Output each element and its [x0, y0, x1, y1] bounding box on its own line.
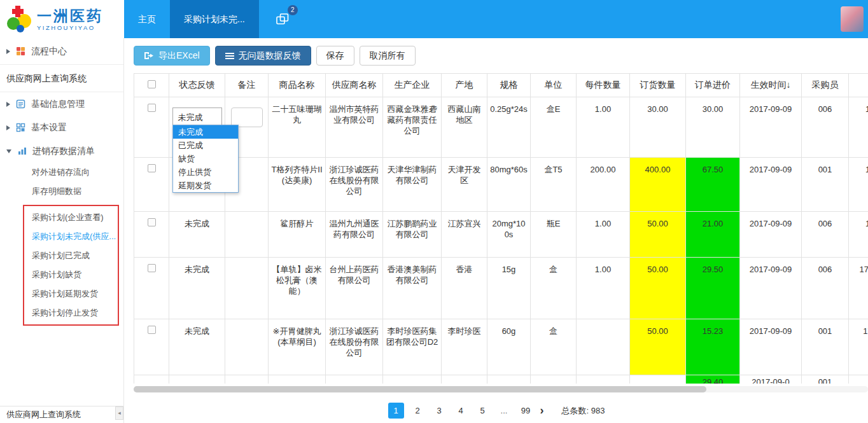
product-cell: 鲨肝醇片: [269, 212, 326, 258]
manufacturer-cell: [383, 375, 442, 384]
spec-cell: [487, 375, 531, 384]
sidebar-item-plan-outofstock[interactable]: 采购计划缺货: [24, 265, 118, 284]
main-content: 导出EXcel 无问题数据反馈 保存 取消所有 状态反馈备注商品名称供应商名称生…: [125, 38, 868, 423]
dropdown-option[interactable]: 未完成: [173, 125, 238, 139]
spec-cell: 80mg*60s: [487, 158, 531, 212]
extra-cell: 1: [849, 212, 868, 258]
tab-home[interactable]: 主页: [124, 0, 170, 38]
page-button[interactable]: 4: [453, 403, 469, 419]
save-button[interactable]: 保存: [316, 46, 354, 66]
dropdown-option[interactable]: 延期发货: [173, 179, 238, 192]
row-checkbox[interactable]: [148, 104, 156, 112]
sidebar-item-label: 流程中心: [31, 46, 67, 57]
column-header: 采购员: [802, 74, 849, 97]
checkbox-cell: [134, 375, 169, 384]
unit-cell: 盒T5: [531, 158, 577, 212]
product-cell: T格列齐特片II(达美康): [269, 158, 326, 212]
tab-purchase-plan-unfinished[interactable]: 采购计划未完...: [170, 0, 259, 38]
sidebar-item-basic-settings[interactable]: 基本设置: [0, 116, 123, 139]
supplier-cell: 温州九州通医药有限公司: [326, 212, 383, 258]
remark-cell: [225, 258, 269, 319]
status-cell: 未完成: [169, 319, 225, 375]
notification-badge: 2: [288, 5, 298, 15]
status-cell: 未完成: [169, 212, 225, 258]
product-cell: [269, 375, 326, 384]
export-excel-button[interactable]: 导出EXcel: [134, 46, 210, 66]
date-cell: 2017-09-09: [740, 212, 802, 258]
checkbox-cell: [134, 258, 169, 319]
header-tabs: 主页 采购计划未完... 2: [124, 0, 306, 38]
origin-cell: 江苏宜兴: [442, 212, 487, 258]
sidebar-collapse-handle[interactable]: ◂: [115, 406, 123, 420]
sidebar-item-basic-info[interactable]: 基础信息管理: [0, 92, 123, 116]
select-all-checkbox[interactable]: [148, 80, 156, 88]
row-checkbox[interactable]: [148, 218, 156, 226]
spec-cell: 0.25g*24s: [487, 97, 531, 158]
sidebar-item-plan-delayed[interactable]: 采购计划延期发货: [24, 284, 118, 303]
row-checkbox[interactable]: [148, 264, 156, 272]
logo-title: 一洲医药: [37, 8, 103, 24]
data-table: 状态反馈备注商品名称供应商名称生产企业产地规格单位每件数量订货数量订单进价生效时…: [134, 73, 868, 384]
app-logo: 一洲医药 YIZHOUYIYAO: [0, 0, 124, 38]
toolbar: 导出EXcel 无问题数据反馈 保存 取消所有: [125, 38, 868, 73]
dropdown-option[interactable]: 已完成: [173, 139, 238, 152]
sidebar-footer: 供应商网上查询系统: [0, 406, 123, 423]
page-button[interactable]: 2: [410, 403, 426, 419]
sidebar-footer-label: 供应商网上查询系统: [6, 410, 81, 419]
buyer-cell: 001: [802, 375, 849, 384]
column-header: 单位: [531, 74, 577, 97]
sidebar-item-plan-finished[interactable]: 采购计划已完成: [24, 246, 118, 265]
cancel-all-button[interactable]: 取消所有: [360, 46, 416, 66]
product-cell: 【单轨】卤米松乳膏（澳能）: [269, 258, 326, 319]
next-page-button[interactable]: ›: [540, 403, 544, 419]
order-qty-cell: 50.00: [630, 212, 686, 258]
row-checkbox[interactable]: [148, 326, 156, 334]
app-window: 一洲医药 YIZHOUYIYAO 主页 采购计划未完... 2: [0, 0, 868, 423]
column-header: 供应商名称: [326, 74, 383, 97]
per-qty-cell: 1.00: [577, 97, 630, 158]
table-row: 29.402017-09-0001: [134, 375, 868, 384]
scrollbar-thumb[interactable]: [134, 386, 706, 392]
manufacturer-cell: 李时珍医药集团有限公司D2: [383, 319, 442, 375]
sidebar-item-plan-stopped[interactable]: 采购计划停止发货: [24, 303, 118, 322]
origin-cell: [442, 375, 487, 384]
spec-cell: 15g: [487, 258, 531, 319]
page-button[interactable]: 5: [475, 403, 491, 419]
extra-cell: 17: [849, 319, 868, 375]
no-problem-feedback-button[interactable]: 无问题数据反馈: [215, 46, 311, 66]
row-checkbox[interactable]: [148, 164, 156, 172]
logo-icon: [4, 4, 34, 34]
extra-cell: 1: [849, 158, 868, 212]
horizontal-scrollbar[interactable]: [134, 386, 868, 392]
settings-grid-icon: [16, 123, 25, 132]
chevron-down-icon: [6, 149, 11, 153]
sidebar-item-plan-unfinished[interactable]: 采购计划未完成(供应...: [24, 227, 118, 246]
column-header: [849, 74, 868, 97]
sidebar-item-plan-enterprise-view[interactable]: 采购计划(企业查看): [24, 208, 118, 227]
price-cell: 29.40: [686, 375, 740, 384]
manufacturer-cell: 江苏鹏鹞药业有限公司: [383, 212, 442, 258]
sidebar-item-external-flow[interactable]: 对外进销存流向: [0, 163, 123, 182]
order-qty-cell: 400.00: [630, 158, 686, 212]
status-dropdown-list: 未完成已完成缺货停止供货延期发货: [172, 125, 239, 193]
page-button[interactable]: 1: [388, 403, 404, 419]
price-cell: 67.50: [686, 158, 740, 212]
origin-cell: 香港: [442, 258, 487, 319]
product-cell: 二十五味珊瑚丸: [269, 97, 326, 158]
window-switcher-button[interactable]: 2: [259, 0, 306, 38]
page-button[interactable]: 3: [431, 403, 447, 419]
dropdown-option[interactable]: 缺货: [173, 152, 238, 165]
user-avatar[interactable]: [841, 6, 864, 32]
column-header[interactable]: 生效时间↓: [740, 74, 802, 97]
sidebar-item-process-center[interactable]: 流程中心: [0, 38, 123, 65]
select-all-cell: [134, 74, 169, 97]
dropdown-option[interactable]: 停止供货: [173, 165, 238, 179]
page-button[interactable]: 99: [518, 403, 534, 419]
date-cell: 2017-09-09: [740, 158, 802, 212]
sidebar-item-inventory-data-list[interactable]: 进销存数据清单: [0, 139, 123, 163]
buyer-cell: 006: [802, 212, 849, 258]
sidebar-item-stock-detail[interactable]: 库存明细数据: [0, 182, 123, 201]
price-cell: 29.50: [686, 258, 740, 319]
extra-cell: [849, 375, 868, 384]
remark-cell: [225, 319, 269, 375]
